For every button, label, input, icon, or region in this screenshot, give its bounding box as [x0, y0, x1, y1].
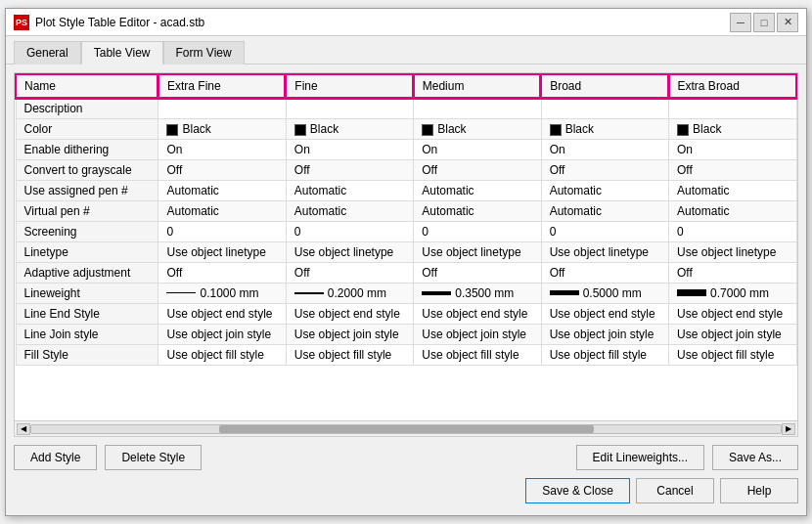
table-cell[interactable]: Off [286, 263, 413, 284]
table-cell[interactable]: Use object fill style [541, 345, 668, 366]
table-cell[interactable]: Off [158, 263, 286, 284]
table-scroll[interactable]: Name Extra Fine Fine Medium Broad Extra … [15, 73, 797, 420]
table-cell[interactable]: Use object end style [286, 304, 413, 325]
table-cell[interactable]: Automatic [669, 181, 796, 201]
table-cell[interactable]: Use object join style [414, 325, 541, 345]
save-close-button[interactable]: Save & Close [525, 478, 630, 503]
row-label: Lineweight [16, 284, 158, 304]
table-cell[interactable]: 0.2000 mm [286, 284, 413, 304]
table-cell[interactable]: Automatic [286, 181, 413, 201]
table-cell[interactable]: On [541, 140, 668, 160]
table-cell[interactable]: Off [158, 160, 286, 181]
table-cell[interactable]: On [669, 140, 796, 160]
cancel-button[interactable]: Cancel [636, 478, 714, 503]
table-cell[interactable]: Use object end style [158, 304, 286, 325]
table-cell[interactable]: 0.3500 mm [414, 284, 541, 304]
table-cell[interactable]: Black [541, 119, 668, 140]
table-cell[interactable]: Off [541, 263, 668, 284]
table-cell[interactable]: Use object fill style [669, 345, 796, 366]
table-cell[interactable]: 0 [414, 222, 541, 242]
table-cell[interactable]: Use object end style [669, 304, 796, 325]
table-cell[interactable]: 0.1000 mm [158, 284, 286, 304]
table-cell[interactable] [158, 98, 286, 119]
scrollbar-thumb[interactable] [219, 425, 594, 433]
tab-form-view[interactable]: Form View [163, 41, 245, 65]
table-cell[interactable]: Black [158, 119, 286, 140]
table-row: Line Join styleUse object join styleUse … [16, 325, 796, 345]
edit-lineweights-button[interactable]: Edit Lineweights... [576, 445, 704, 470]
table-cell[interactable]: Automatic [541, 181, 668, 201]
scroll-left-btn[interactable]: ◀ [17, 423, 30, 435]
row-label: Screening [16, 222, 158, 242]
table-cell[interactable]: 0 [669, 222, 796, 242]
table-cell[interactable] [541, 98, 668, 119]
table-cell[interactable]: Automatic [669, 201, 796, 222]
table-cell[interactable]: Use object join style [541, 325, 668, 345]
lineweight-indicator [677, 289, 706, 296]
lineweight-indicator [166, 292, 196, 293]
horizontal-scrollbar[interactable]: ◀ ▶ [14, 421, 798, 437]
table-cell[interactable]: On [286, 140, 413, 160]
table-cell[interactable]: Black [414, 119, 541, 140]
table-cell[interactable]: Automatic [414, 201, 541, 222]
table-cell[interactable]: Automatic [286, 201, 413, 222]
table-cell[interactable]: Use object linetype [541, 242, 668, 263]
table-cell[interactable]: Automatic [541, 201, 668, 222]
scrollbar-track[interactable] [30, 424, 782, 434]
table-cell[interactable]: Use object linetype [414, 242, 541, 263]
color-swatch [166, 124, 178, 136]
table-cell[interactable]: Automatic [414, 181, 541, 201]
table-cell[interactable]: 0 [158, 222, 286, 242]
table-cell[interactable]: Use object linetype [158, 242, 286, 263]
table-cell[interactable]: Use object fill style [286, 345, 413, 366]
tab-table-view[interactable]: Table View [81, 41, 163, 65]
table-cell[interactable]: 0 [541, 222, 668, 242]
table-cell[interactable]: Off [541, 160, 668, 181]
table-cell[interactable]: Use object join style [158, 325, 286, 345]
help-button[interactable]: Help [720, 478, 798, 503]
col-extra-fine: Extra Fine [158, 74, 286, 98]
table-cell[interactable]: Use object join style [286, 325, 413, 345]
row-label: Line Join style [16, 325, 158, 345]
table-cell[interactable]: 0.7000 mm [669, 284, 796, 304]
table-cell[interactable]: Off [286, 160, 413, 181]
table-cell[interactable]: On [158, 140, 286, 160]
table-cell[interactable]: Black [286, 119, 413, 140]
row-label: Use assigned pen # [16, 181, 158, 201]
table-cell[interactable]: Automatic [158, 181, 286, 201]
delete-style-button[interactable]: Delete Style [105, 445, 202, 470]
close-button[interactable]: ✕ [777, 13, 798, 32]
color-swatch [550, 124, 562, 136]
table-row: Use assigned pen #AutomaticAutomaticAuto… [16, 181, 796, 201]
table-cell[interactable]: Use object join style [669, 325, 796, 345]
scroll-right-btn[interactable]: ▶ [782, 423, 795, 435]
table-cell[interactable]: Use object fill style [414, 345, 541, 366]
maximize-button[interactable]: □ [753, 13, 775, 32]
table-cell[interactable]: Use object end style [541, 304, 668, 325]
save-as-button[interactable]: Save As... [712, 445, 798, 470]
table-row: Enable ditheringOnOnOnOnOn [16, 140, 796, 160]
table-cell[interactable]: Use object linetype [669, 242, 796, 263]
table-cell[interactable]: On [414, 140, 541, 160]
table-cell[interactable]: Off [414, 263, 541, 284]
lineweight-indicator [422, 291, 451, 295]
table-cell[interactable]: 0.5000 mm [541, 284, 668, 304]
tab-general[interactable]: General [14, 41, 81, 65]
title-bar-left: PS Plot Style Table Editor - acad.stb [14, 15, 204, 30]
table-cell[interactable]: Use object fill style [158, 345, 286, 366]
row-label: Line End Style [16, 304, 158, 325]
table-cell[interactable] [286, 98, 413, 119]
table-cell[interactable]: Black [669, 119, 796, 140]
add-style-button[interactable]: Add Style [14, 445, 97, 470]
table-cell[interactable]: Use object end style [414, 304, 541, 325]
row-label: Fill Style [16, 345, 158, 366]
table-cell[interactable]: Automatic [158, 201, 286, 222]
minimize-button[interactable]: ─ [730, 13, 751, 32]
table-cell[interactable]: Off [669, 263, 796, 284]
table-cell[interactable]: Use object linetype [286, 242, 413, 263]
table-cell[interactable]: 0 [286, 222, 413, 242]
table-cell[interactable]: Off [669, 160, 796, 181]
table-cell[interactable] [669, 98, 796, 119]
table-cell[interactable]: Off [414, 160, 541, 181]
table-cell[interactable] [414, 98, 541, 119]
